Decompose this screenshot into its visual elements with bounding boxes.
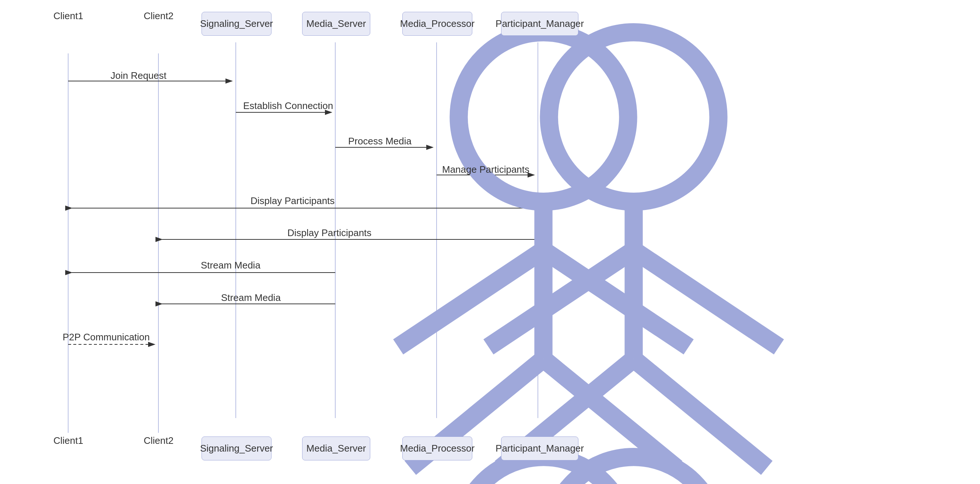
actor-media-bottom-label: Media_Server — [307, 443, 366, 454]
actor-media-top-label: Media_Server — [307, 18, 366, 30]
actor-signaling-bottom: Signaling_Server — [202, 436, 272, 460]
label-stream-media-1: Stream Media — [201, 260, 261, 271]
actor-media-bottom: Media_Server — [302, 436, 370, 460]
actor-client1-bottom: Client1 — [53, 433, 83, 446]
actor-participant-top-label: Participant_Manager — [496, 18, 584, 30]
label-stream-media-2: Stream Media — [221, 292, 281, 303]
actor-participant-bottom: Participant_Manager — [501, 436, 578, 460]
label-display-participants-1: Display Participants — [251, 195, 334, 206]
actor-client2-top: Client2 — [144, 8, 173, 22]
label-display-participants-2: Display Participants — [287, 227, 371, 239]
actor-processor-top: Media_Processor — [402, 12, 473, 36]
actor-client1-top: Client1 — [53, 8, 83, 22]
actor-participant-bottom-label: Participant_Manager — [496, 443, 584, 454]
label-p2p: P2P Communication — [63, 332, 150, 343]
actor-participant-top: Participant_Manager — [501, 12, 578, 36]
actor-signaling-top-label: Signaling_Server — [200, 18, 273, 30]
actor-signaling-top: Signaling_Server — [202, 12, 272, 36]
actor-media-top: Media_Server — [302, 12, 370, 36]
actor-processor-bottom-label: Media_Processor — [400, 443, 474, 454]
label-establish-connection: Establish Connection — [243, 100, 333, 112]
svg-line-10 — [488, 250, 634, 347]
actor-client2-bottom: Client2 — [144, 433, 173, 446]
actor-processor-bottom: Media_Processor — [402, 436, 473, 460]
label-process-media: Process Media — [348, 136, 412, 147]
svg-point-20 — [549, 457, 718, 484]
label-join-request: Join Request — [111, 70, 167, 81]
svg-point-8 — [549, 32, 718, 202]
svg-line-11 — [634, 250, 779, 347]
actor-signaling-bottom-label: Signaling_Server — [200, 443, 273, 454]
sequence-diagram: Client1 Client2 Signaling_Server Media_S… — [0, 0, 980, 484]
actor-processor-top-label: Media_Processor — [400, 18, 474, 30]
label-manage-participants: Manage Participants — [442, 164, 530, 175]
